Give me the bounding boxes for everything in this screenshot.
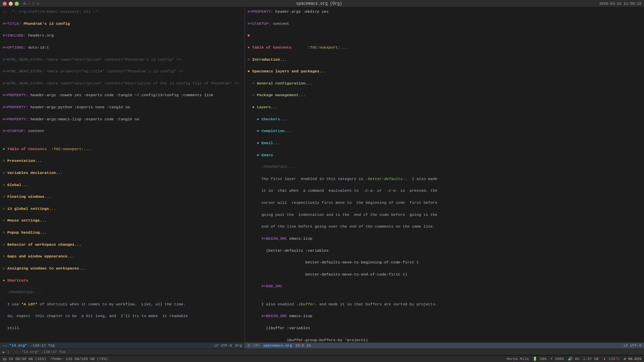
modeline-encoding-right: LF UTF-8 — [624, 344, 641, 348]
right-pane-content[interactable]: #+PROPERTY: header-args :mkdirp yes #+ST… — [245, 7, 644, 343]
minibuffer-text: -- *i3.org* -i38:17 Top — [15, 350, 66, 354]
status-volume: 🔊 4% — [568, 357, 579, 361]
status-battery: 🔋 38% — [533, 357, 546, 361]
minimize-btn[interactable] — [9, 2, 13, 6]
maximize-btn[interactable] — [15, 2, 19, 6]
window-controls: ⊞ ─ □ ✕ — [23, 1, 39, 6]
titlebar: ⊞ ─ □ ✕ spacemacs.org (Org) 2020-03-15 1… — [0, 0, 644, 7]
status-temp: 🌡 139°C — [603, 357, 620, 361]
modeline-position-right: 10:0 1% — [295, 344, 311, 348]
status-user: Marpa Mila — [506, 357, 529, 361]
system-statusbar: 🖴 29 GB/98 GB (31%) /home: 126 GB/185 GB… — [0, 355, 644, 362]
left-pane-content[interactable]: ;; -*- org-confirm-babel-evaluate: nil -… — [0, 7, 245, 343]
modeline-branch: <M> — [253, 344, 260, 348]
right-modeline: 2 <M> spacemacs.org 10:0 1% LF UTF-8 — [245, 343, 644, 349]
close-btn[interactable] — [3, 2, 7, 6]
emacs-minibuffer: ▶ | -- *i3.org* -i38:17 Top — [0, 349, 644, 355]
modeline-position: -i38:17 Top — [31, 344, 55, 348]
modeline-mode: Org — [235, 344, 242, 348]
status-disk1: 🖴 29 GB/98 GB (31%) — [3, 357, 46, 361]
left-code-block: ;; -*- org-confirm-babel-evaluate: nil -… — [3, 9, 242, 343]
status-disk2: /home: 126 GB/185 GB (72%) — [50, 357, 108, 361]
titlebar-title: spacemacs.org (Org) — [296, 1, 342, 6]
right-code-block: #+PROPERTY: header-args :mkdirp yes #+ST… — [248, 9, 641, 343]
right-pane: #+PROPERTY: header-args :mkdirp yes #+ST… — [245, 7, 644, 349]
titlebar-left: ⊞ ─ □ ✕ — [3, 1, 39, 6]
main-container: ;; -*- org-confirm-babel-evaluate: nil -… — [0, 7, 644, 349]
status-brightness: ☀ 100% — [550, 357, 564, 361]
modeline-encoding: LF UTF-8 — [214, 344, 232, 348]
left-pane: ;; -*- org-confirm-babel-evaluate: nil -… — [0, 7, 245, 349]
titlebar-time: 2020-03-15 11:56:19 — [599, 2, 641, 6]
status-storage: 1.57 GB — [583, 357, 598, 361]
modeline-indicator: 2 — [248, 344, 250, 348]
minibuffer-arrows[interactable]: ▶ | — [3, 350, 9, 354]
modeline-buffer: -- *i3.org* — [3, 344, 27, 348]
status-cpu: ⚙ 96.01% — [624, 357, 641, 361]
left-modeline: -- *i3.org* -i38:17 Top LF UTF-8 Org — [0, 343, 245, 349]
modeline-buffer-right: spacemacs.org — [263, 344, 292, 348]
